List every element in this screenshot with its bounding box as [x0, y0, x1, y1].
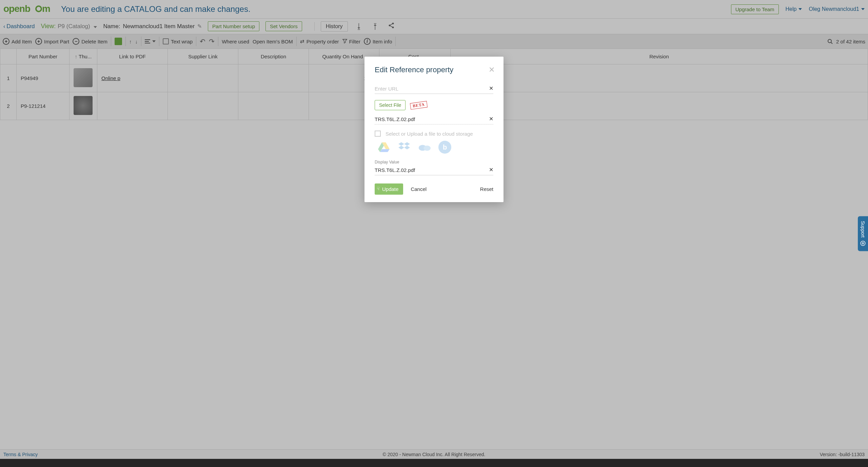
svg-marker-19 — [404, 146, 410, 150]
clear-file-icon[interactable]: ✕ — [489, 116, 493, 122]
onedrive-icon[interactable] — [418, 141, 431, 154]
cancel-button[interactable]: Cancel — [411, 186, 427, 192]
display-value-input[interactable] — [375, 165, 493, 175]
cloud-upload-checkbox[interactable] — [375, 131, 381, 137]
modal-title: Edit Reference property — [375, 65, 493, 74]
cursor-icon: ☟ — [377, 186, 380, 191]
dropbox-icon[interactable] — [398, 141, 411, 154]
svg-marker-17 — [404, 142, 410, 146]
svg-marker-16 — [398, 142, 404, 146]
support-label: Support — [860, 221, 866, 237]
google-drive-icon[interactable] — [377, 141, 390, 154]
display-value-label: Display Value — [375, 160, 493, 164]
reset-button[interactable]: Reset — [480, 186, 493, 192]
svg-point-22 — [861, 241, 865, 246]
clear-display-value-icon[interactable]: ✕ — [489, 167, 493, 173]
beta-badge: BETA — [410, 101, 428, 110]
update-button[interactable]: ☟ Update — [375, 183, 403, 195]
svg-point-23 — [862, 242, 864, 244]
svg-point-21 — [423, 145, 431, 151]
clear-url-icon[interactable]: ✕ — [489, 85, 493, 92]
close-icon[interactable]: ✕ — [489, 65, 495, 74]
box-icon[interactable]: b — [438, 141, 451, 154]
support-icon — [860, 240, 866, 246]
selected-file-field[interactable] — [375, 114, 493, 124]
select-file-button[interactable]: Select File — [375, 100, 406, 110]
support-tab[interactable]: Support — [858, 216, 868, 251]
cloud-upload-label: Select or Upload a file to cloud storage — [386, 131, 473, 137]
edit-reference-modal: Edit Reference property ✕ ✕ Select File … — [364, 57, 504, 202]
svg-marker-18 — [398, 146, 404, 150]
url-input[interactable] — [375, 84, 493, 94]
